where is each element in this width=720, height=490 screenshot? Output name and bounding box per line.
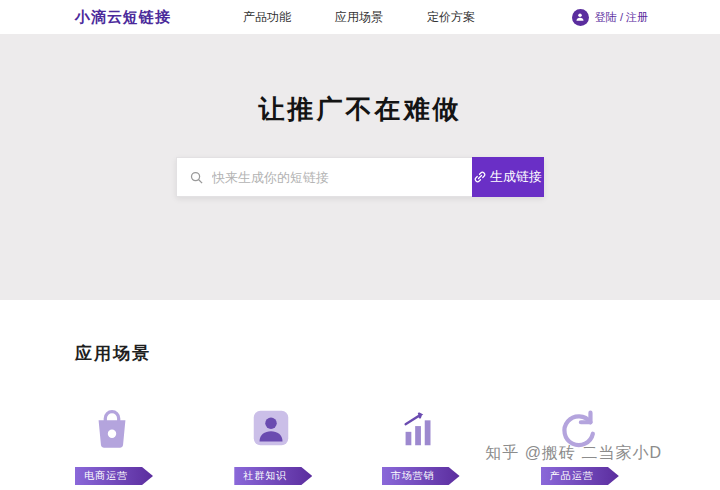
top-navbar: 小滴云短链接 产品功能 应用场景 定价方案 登陆 / 注册: [0, 0, 720, 34]
shopping-bag-icon: [75, 399, 183, 457]
login-register-label: 登陆 / 注册: [595, 10, 648, 25]
card-marketing: 市场营销 短信营销 广告投放 社交平台 社区论坛: [382, 399, 490, 490]
nav-item-use-cases[interactable]: 应用场景: [335, 9, 383, 26]
zhihu-watermark: 知乎 @搬砖 二当家小D: [485, 443, 662, 464]
hero-title: 让推广不在难做: [259, 92, 462, 127]
generate-link-label: 生成链接: [490, 168, 542, 186]
shortlink-input[interactable]: [212, 170, 460, 185]
brand-logo[interactable]: 小滴云短链接: [75, 8, 171, 27]
nav-item-pricing[interactable]: 定价方案: [427, 9, 475, 26]
login-register-link[interactable]: 登陆 / 注册: [572, 9, 648, 26]
bar-chart-icon: [382, 399, 490, 457]
user-group-icon: [234, 399, 330, 457]
shortlink-input-box[interactable]: [176, 157, 472, 197]
generate-link-button[interactable]: 生成链接: [472, 157, 544, 197]
ribbon-marketing: 市场营销: [382, 467, 460, 485]
search-icon: [189, 170, 204, 185]
ribbon-ecommerce: 电商运营: [75, 467, 153, 485]
nav-item-product-features[interactable]: 产品功能: [243, 9, 291, 26]
card-community: 社群知识 代替原始链接投放: [234, 399, 330, 490]
user-avatar-icon: [572, 9, 589, 26]
ribbon-product-ops: 产品运营: [541, 467, 619, 485]
use-cases-title: 应用场景: [75, 342, 645, 365]
main-nav: 产品功能 应用场景 定价方案: [243, 9, 475, 26]
ribbon-community: 社群知识: [234, 467, 312, 485]
link-icon: [474, 171, 486, 183]
landing-page: 小滴云短链接 产品功能 应用场景 定价方案 登陆 / 注册 让推广不在难做: [0, 0, 720, 490]
hero-section: 让推广不在难做 生成链接: [0, 34, 720, 300]
card-ecommerce: 电商运营 京东 淘宝 唯品会 新浪 亚马逊: [75, 399, 183, 490]
shortlink-generator: 生成链接: [176, 157, 544, 197]
